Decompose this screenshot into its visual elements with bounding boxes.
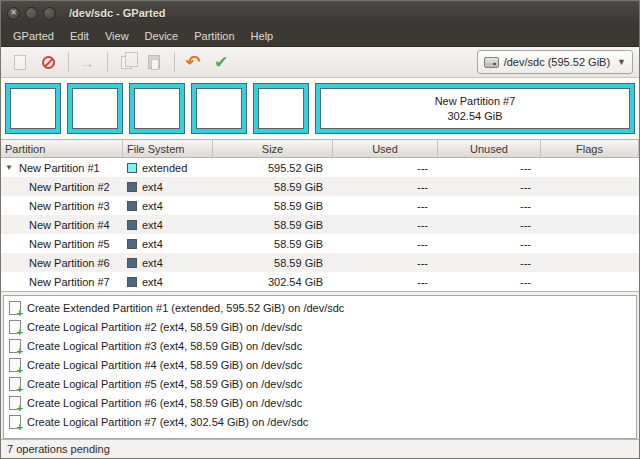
table-row[interactable]: New Partition #5 ext4 58.59 GiB --- --- [1, 234, 639, 253]
close-button[interactable]: ✕ [7, 7, 20, 20]
copy-button[interactable] [113, 50, 139, 74]
menubar: GParted Edit View Device Partition Help [1, 25, 639, 47]
used-cell: --- [333, 158, 438, 177]
delete-partition-button[interactable] [35, 50, 61, 74]
partition-box-6[interactable] [254, 84, 308, 133]
operation-text: Create Extended Partition #1 (extended, … [27, 302, 344, 314]
new-partition-icon [14, 55, 26, 70]
partition-table: Partition File System Size Used Unused F… [1, 140, 639, 292]
filesystem-label: ext4 [142, 200, 163, 212]
paste-icon [148, 55, 160, 69]
titlebar: ✕ /dev/sdc - GParted [1, 1, 639, 25]
window-title: /dev/sdc - GParted [69, 7, 166, 19]
partition-name: New Partition #4 [29, 219, 110, 231]
flags-cell [541, 234, 639, 253]
filesystem-color-swatch [127, 220, 137, 230]
used-cell: --- [333, 215, 438, 234]
menu-gparted[interactable]: GParted [5, 27, 62, 45]
table-row[interactable]: New Partition #4 ext4 58.59 GiB --- --- [1, 215, 639, 234]
filesystem-cell: ext4 [123, 272, 213, 291]
maximize-button[interactable] [43, 7, 56, 20]
table-row[interactable]: New Partition #7 ext4 302.54 GiB --- --- [1, 272, 639, 291]
operation-item: Create Logical Partition #6 (ext4, 58.59… [4, 393, 636, 412]
table-row[interactable]: New Partition #6 ext4 58.59 GiB --- --- [1, 253, 639, 272]
filesystem-cell: ext4 [123, 215, 213, 234]
apply-button[interactable]: ✔ [208, 50, 234, 74]
partition-box-3[interactable] [68, 84, 122, 133]
resize-move-icon: → [80, 54, 95, 71]
column-header-filesystem[interactable]: File System [123, 140, 213, 157]
menu-help[interactable]: Help [243, 27, 282, 45]
operation-item: Create Logical Partition #4 (ext4, 58.59… [4, 355, 636, 374]
partition-cell: New Partition #6 [1, 253, 123, 272]
create-operation-icon [9, 320, 21, 334]
table-row[interactable]: New Partition #2 ext4 58.59 GiB --- --- [1, 177, 639, 196]
size-cell: 302.54 GiB [213, 272, 333, 291]
size-cell: 595.52 GiB [213, 158, 333, 177]
device-selector[interactable]: /dev/sdc (595.52 GiB) ▼ [477, 50, 633, 74]
paste-button[interactable] [141, 50, 167, 74]
filesystem-cell: ext4 [123, 196, 213, 215]
operation-item: Create Extended Partition #1 (extended, … [4, 298, 636, 317]
new-partition-button[interactable] [7, 50, 33, 74]
partition-box-5[interactable] [192, 84, 246, 133]
size-cell: 58.59 GiB [213, 234, 333, 253]
operation-item: Create Logical Partition #2 (ext4, 58.59… [4, 317, 636, 336]
column-header-size[interactable]: Size [213, 140, 333, 157]
partition-cell: ▼New Partition #1 [1, 158, 123, 177]
table-row[interactable]: New Partition #3 ext4 58.59 GiB --- --- [1, 196, 639, 215]
partition-cell: New Partition #7 [1, 272, 123, 291]
menu-partition[interactable]: Partition [186, 27, 242, 45]
column-header-partition[interactable]: Partition [1, 140, 123, 157]
table-row[interactable]: ▼New Partition #1 extended 595.52 GiB --… [1, 158, 639, 177]
delete-icon [42, 56, 55, 69]
operation-text: Create Logical Partition #5 (ext4, 58.59… [27, 378, 302, 390]
operation-item: Create Logical Partition #3 (ext4, 58.59… [4, 336, 636, 355]
filesystem-color-swatch [127, 258, 137, 268]
undo-button[interactable]: ↶ [180, 50, 206, 74]
create-operation-icon [9, 377, 21, 391]
unused-cell: --- [438, 215, 541, 234]
device-selector-label: /dev/sdc (595.52 GiB) [504, 56, 610, 68]
create-operation-icon [9, 396, 21, 410]
disk-drive-icon [484, 57, 499, 68]
partition-box-4[interactable] [130, 84, 184, 133]
size-cell: 58.59 GiB [213, 196, 333, 215]
filesystem-color-swatch [127, 182, 137, 192]
toolbar-separator [174, 52, 175, 72]
operations-pane: Create Extended Partition #1 (extended, … [3, 295, 637, 439]
operation-text: Create Logical Partition #2 (ext4, 58.59… [27, 321, 302, 333]
copy-icon [121, 56, 132, 69]
operation-item: Create Logical Partition #7 (ext4, 302.5… [4, 412, 636, 431]
resize-move-button[interactable]: → [74, 50, 100, 74]
column-header-unused[interactable]: Unused [438, 140, 541, 157]
partition-box-name: New Partition #7 [435, 94, 516, 109]
apply-icon: ✔ [214, 54, 228, 71]
used-cell: --- [333, 253, 438, 272]
column-header-used[interactable]: Used [333, 140, 438, 157]
expander-icon[interactable]: ▼ [5, 163, 19, 172]
toolbar-separator [107, 52, 108, 72]
filesystem-color-swatch [127, 163, 137, 173]
partition-name: New Partition #1 [19, 162, 100, 174]
partition-box-2[interactable] [6, 84, 60, 133]
menu-edit[interactable]: Edit [62, 27, 97, 45]
filesystem-color-swatch [127, 201, 137, 211]
used-cell: --- [333, 177, 438, 196]
partition-name: New Partition #5 [29, 238, 110, 250]
partition-name: New Partition #3 [29, 200, 110, 212]
filesystem-cell: ext4 [123, 177, 213, 196]
undo-icon: ↶ [185, 53, 200, 71]
partition-cell: New Partition #3 [1, 196, 123, 215]
operation-text: Create Logical Partition #7 (ext4, 302.5… [27, 416, 308, 428]
partition-name: New Partition #6 [29, 257, 110, 269]
column-header-flags[interactable]: Flags [541, 140, 639, 157]
unused-cell: --- [438, 177, 541, 196]
menu-device[interactable]: Device [137, 27, 187, 45]
menu-view[interactable]: View [97, 27, 137, 45]
partition-name: New Partition #7 [29, 276, 110, 288]
partition-box-7[interactable]: New Partition #7 302.54 GiB [316, 84, 634, 133]
minimize-button[interactable] [25, 7, 38, 20]
size-cell: 58.59 GiB [213, 177, 333, 196]
filesystem-label: extended [142, 162, 187, 174]
